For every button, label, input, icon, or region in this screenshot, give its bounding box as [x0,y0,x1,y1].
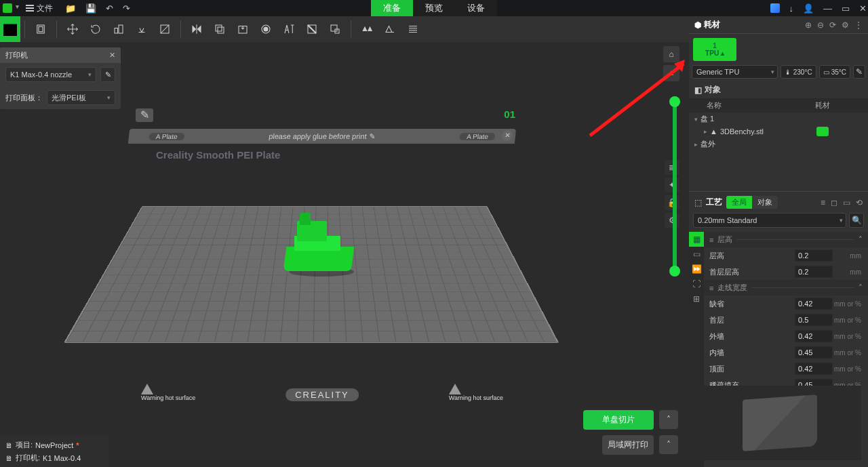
layer-height-input[interactable] [795,249,833,262]
tab-preview[interactable]: 预览 [413,0,455,16]
close-icon[interactable]: ✕ [859,3,867,14]
plate-label-a-right: A Plate [460,133,496,140]
open-icon[interactable]: 📁 [65,3,76,14]
explode-icon[interactable]: ✦ [665,178,679,192]
title-bar: 文件 📁 💾 ↶ ↷ 准备 预览 设备 ↓ 👤 — ▭ ✕ [0,0,868,16]
file-menu[interactable]: 文件 [26,3,53,14]
ortho-view-icon[interactable]: ⊥ [663,65,679,81]
mirror-icon[interactable] [187,20,206,39]
bed-temp-chip[interactable]: ▭35°C [819,65,850,79]
object-tree: ▾盘 1 ▸▲3DBenchy.stl ▸盘外 [689,113,868,150]
support-paint-icon[interactable] [326,20,344,39]
minimize-icon[interactable]: — [823,3,832,14]
model-3dbenchy[interactable] [285,210,359,271]
object-item-benchy[interactable]: ▸▲3DBenchy.stl [689,125,868,138]
reset-icon[interactable]: ⟲ [856,198,863,207]
modified-dot-icon: * [76,441,79,449]
rotate-icon[interactable] [86,20,105,39]
tool-add-plate[interactable] [0,16,20,42]
plate-close-icon[interactable]: ✕ [501,130,513,141]
settings-filament-icon[interactable]: ⚙ [842,20,849,30]
group-layer-height[interactable]: ≡层高˄ [704,232,868,247]
paint-icon[interactable] [302,20,321,39]
expand-icon[interactable]: ◻ [831,198,837,207]
slice-more-button[interactable]: ˄ [659,410,678,429]
text-icon[interactable] [279,20,298,39]
plate-group-node[interactable]: ▾盘 1 [689,113,868,125]
move-icon[interactable] [63,20,82,39]
filament-slot-1[interactable]: 1 TPU ▴ [693,38,736,61]
outer-wall-input[interactable] [795,330,833,342]
compare-icon[interactable]: ≡ [821,198,825,207]
plate-label-a-left: A Plate [149,133,184,140]
remove-filament-icon[interactable]: ⊖ [817,20,824,30]
print-more-button[interactable]: ˄ [659,435,678,454]
group-icon: ≡ [709,236,713,244]
variable-layer-icon[interactable] [403,20,422,39]
user-icon[interactable]: 👤 [803,3,814,14]
profile-search-button[interactable]: 🔍 [849,213,864,228]
undo-icon[interactable]: ↶ [106,3,113,14]
redo-icon[interactable]: ↷ [123,3,130,14]
quick-toolbar: 📁 💾 ↶ ↷ [65,3,130,14]
cloud-icon[interactable] [770,3,780,13]
lan-print-button[interactable]: 局域网打印 [602,435,654,455]
flatten-icon[interactable] [132,20,151,39]
tab-strength-icon[interactable]: ▭ [689,247,704,262]
tab-quality-icon[interactable]: ▦ [689,232,704,247]
slice-button[interactable]: 单盘切片 [583,410,654,430]
tab-prepare[interactable]: 准备 [371,0,413,16]
tab-speed-icon[interactable]: ⏩ [689,262,704,277]
tab-support-icon[interactable]: ⛶ [689,277,704,291]
object-filament-chip[interactable] [816,127,829,136]
tab-device[interactable]: 设备 [455,0,497,16]
cut-icon[interactable] [155,20,174,39]
split-icon[interactable] [256,20,275,39]
process-tab-object[interactable]: 对象 [752,196,778,209]
lock-icon[interactable]: 🔒 [665,195,679,210]
scale-icon[interactable] [109,20,128,39]
download-icon[interactable]: ↓ [789,3,794,14]
panel-close-icon[interactable]: ✕ [109,51,115,60]
gcode-preview [698,386,861,460]
inner-wall-input[interactable] [795,346,833,359]
top-surface-input[interactable] [795,363,833,375]
plate-glue-hint: please apply glue before print [269,132,368,140]
plate-edit-icon[interactable]: ✎ [136,108,153,122]
gear-icon[interactable]: ⚙ [665,213,679,228]
group-line-width[interactable]: ≡走线宽度˄ [704,280,868,296]
process-tab-global[interactable]: 全局 [726,196,752,209]
hollow-icon[interactable] [233,20,252,39]
filament-section-header: ⬢耗材 ⊕ ⊖ ⟳ ⚙ ⋮ [689,16,868,34]
edit-filament-icon[interactable]: ✎ [853,65,865,79]
printer-select[interactable]: K1 Max-0.4 nozzle [5,67,96,82]
default-line-input[interactable] [795,298,833,310]
auto-orient-icon[interactable] [380,20,399,39]
add-filament-icon[interactable]: ⊕ [805,20,812,30]
auto-arrange-icon[interactable] [357,20,376,39]
home-view-icon[interactable]: ⌂ [663,46,679,62]
edit-printer-button[interactable]: ✎ [100,67,115,82]
list-view-icon[interactable]: ≣ [665,160,679,175]
first-layer-height-input[interactable] [795,266,833,278]
layer-slider[interactable] [673,102,677,271]
tool-import[interactable] [31,20,50,39]
maximize-icon[interactable]: ▭ [842,3,850,14]
nozzle-temp-chip[interactable]: 🌡230°C [781,65,816,79]
copy-icon[interactable] [210,20,229,39]
app-logo-icon[interactable] [3,3,12,13]
outside-plate-node[interactable]: ▸盘外 [689,138,868,150]
plate-type-select[interactable]: 光滑PEI板 [47,90,115,105]
first-layer-line-input[interactable] [795,314,833,326]
plate-index: 01 [504,108,515,120]
plate-glue-edit-icon[interactable]: ✎ [369,132,376,141]
collapse-icon[interactable]: ▭ [843,198,850,207]
save-icon[interactable]: 💾 [85,3,96,14]
viewport-corner-icons: ⌂ ⊥ [663,46,679,81]
more-filament-icon[interactable]: ⋮ [854,20,863,30]
sync-filament-icon[interactable]: ⟳ [829,20,836,30]
tab-other-icon[interactable]: ⊞ [689,291,704,306]
param-outer-wall: 外墙mm or % [704,328,868,344]
process-profile-select[interactable]: 0.20mm Standard [693,213,846,228]
filament-type-select[interactable]: Generic TPU [692,65,778,79]
